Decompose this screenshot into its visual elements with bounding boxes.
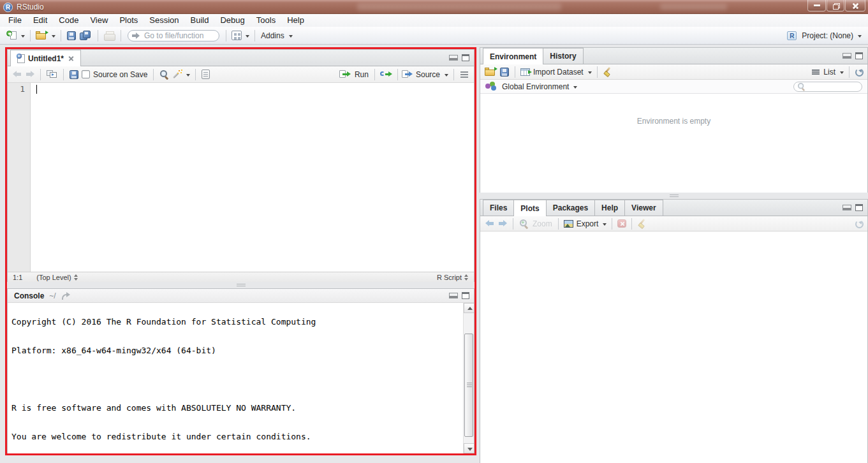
menu-tools[interactable]: Tools	[251, 14, 281, 27]
minimize-pane-icon[interactable]	[842, 53, 851, 59]
import-dataset-icon[interactable]	[520, 68, 530, 76]
tab-files[interactable]: Files	[483, 200, 514, 216]
project-selector[interactable]: Project: (None)	[802, 31, 853, 40]
close-tab-icon[interactable]	[68, 55, 74, 61]
open-file-dropdown-icon[interactable]	[52, 35, 55, 38]
code-tools-dropdown-icon[interactable]	[186, 74, 190, 77]
addins-dropdown-icon[interactable]	[289, 35, 293, 38]
refresh-icon[interactable]	[855, 68, 863, 76]
scroll-up-button[interactable]	[464, 303, 474, 313]
back-icon[interactable]	[13, 71, 22, 78]
source-dropdown-icon[interactable]	[445, 74, 448, 77]
load-workspace-icon[interactable]	[485, 68, 497, 77]
run-icon[interactable]	[339, 70, 351, 78]
export-plot-button[interactable]: Export	[577, 219, 599, 228]
horizontal-splitter[interactable]	[7, 282, 474, 288]
export-dropdown-icon[interactable]	[603, 223, 607, 226]
scope-selector[interactable]: (Top Level)	[36, 274, 71, 281]
tab-packages[interactable]: Packages	[546, 200, 595, 216]
zoom-plot-button[interactable]: Zoom	[533, 219, 552, 228]
maximize-pane-icon[interactable]	[855, 52, 863, 59]
clear-workspace-icon[interactable]	[603, 67, 614, 77]
code-editor[interactable]: 1	[8, 83, 474, 272]
new-file-dropdown-icon[interactable]	[21, 35, 25, 38]
remove-plot-icon[interactable]	[617, 219, 626, 228]
workspace-panes-button[interactable]	[232, 31, 242, 40]
addins-button[interactable]: Addins	[261, 31, 284, 40]
scope-updown-icon[interactable]	[74, 274, 78, 280]
next-plot-icon[interactable]	[498, 220, 507, 227]
menu-session[interactable]: Session	[143, 14, 184, 27]
console-output[interactable]: Copyright (C) 2016 The R Foundation for …	[8, 303, 474, 453]
tab-viewer[interactable]: Viewer	[624, 200, 663, 216]
save-all-button[interactable]	[80, 31, 92, 41]
rerun-icon[interactable]	[380, 70, 392, 78]
panes-dropdown-icon[interactable]	[246, 35, 249, 38]
environment-scope-selector[interactable]: Global Environment	[502, 82, 569, 91]
project-dropdown-icon[interactable]	[858, 35, 862, 38]
file-type-selector[interactable]: R Script	[437, 274, 462, 281]
print-button[interactable]	[104, 31, 115, 40]
menu-debug[interactable]: Debug	[214, 14, 250, 27]
minimize-button[interactable]	[807, 0, 826, 11]
source-on-save-checkbox[interactable]	[82, 70, 90, 78]
maximize-pane-icon[interactable]	[462, 292, 469, 299]
clear-plots-icon[interactable]	[638, 219, 648, 229]
minimize-pane-icon[interactable]	[842, 205, 851, 210]
environment-search-input[interactable]	[806, 82, 860, 91]
maximize-pane-icon[interactable]	[855, 204, 863, 211]
forward-icon[interactable]	[26, 71, 34, 78]
minimize-pane-icon[interactable]	[449, 55, 458, 61]
filetype-updown-icon[interactable]	[464, 274, 469, 280]
close-icon	[852, 2, 859, 9]
tab-untitled1[interactable]: R Untitled1*	[10, 50, 81, 66]
document-outline-icon[interactable]	[460, 71, 469, 78]
menu-edit[interactable]: Edit	[27, 14, 53, 27]
list-view-dropdown-icon[interactable]	[840, 71, 844, 74]
tab-history[interactable]: History	[543, 48, 583, 64]
goto-file-function-input[interactable]	[143, 31, 213, 41]
environment-search-box[interactable]	[793, 82, 862, 92]
menu-file[interactable]: File	[3, 14, 27, 27]
tab-help[interactable]: Help	[594, 200, 625, 216]
new-file-button[interactable]	[6, 31, 17, 41]
find-replace-icon[interactable]	[159, 70, 169, 79]
import-dataset-button[interactable]: Import Dataset	[533, 68, 584, 77]
goto-file-function-box[interactable]	[128, 30, 219, 41]
tab-plots[interactable]: Plots	[513, 200, 546, 216]
goto-directory-icon[interactable]	[61, 292, 71, 299]
source-button[interactable]: Source	[416, 70, 440, 79]
menu-help[interactable]: Help	[281, 14, 310, 27]
console-line	[11, 374, 316, 384]
save-button[interactable]	[67, 31, 76, 40]
zoom-plot-icon[interactable]: +	[519, 219, 529, 228]
console-scrollbar[interactable]	[463, 303, 474, 453]
close-button[interactable]	[845, 0, 865, 11]
menu-view[interactable]: View	[84, 14, 114, 27]
refresh-plots-icon[interactable]	[855, 219, 863, 228]
run-button[interactable]: Run	[355, 70, 369, 79]
save-workspace-icon[interactable]	[500, 68, 509, 77]
menu-build[interactable]: Build	[185, 14, 215, 27]
save-source-button[interactable]	[70, 70, 78, 79]
compile-report-icon[interactable]	[202, 70, 210, 79]
source-icon[interactable]	[402, 70, 413, 78]
import-dataset-dropdown-icon[interactable]	[588, 71, 592, 74]
restore-button[interactable]	[827, 0, 844, 11]
list-view-icon[interactable]	[812, 69, 820, 75]
minimize-pane-icon[interactable]	[449, 293, 458, 298]
maximize-pane-icon[interactable]	[462, 54, 469, 61]
menu-code[interactable]: Code	[53, 14, 84, 27]
open-file-button[interactable]	[36, 31, 48, 40]
scrollbar-thumb[interactable]	[464, 334, 473, 437]
menu-plots[interactable]: Plots	[114, 14, 143, 27]
export-plot-icon[interactable]	[564, 220, 573, 228]
list-view-button[interactable]: List	[823, 68, 835, 77]
tab-environment[interactable]: Environment	[483, 48, 543, 64]
previous-plot-icon[interactable]	[485, 220, 494, 227]
code-tools-icon[interactable]	[172, 70, 182, 80]
scroll-down-button[interactable]	[464, 443, 474, 453]
open-in-new-window-icon[interactable]	[47, 70, 57, 78]
horizontal-splitter[interactable]	[480, 193, 868, 199]
scope-dropdown-icon[interactable]	[573, 86, 577, 89]
